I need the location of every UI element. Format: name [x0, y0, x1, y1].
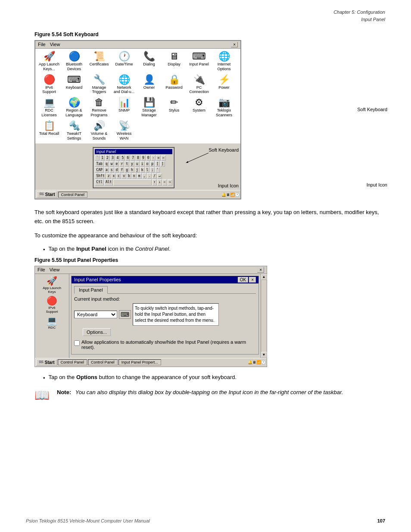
- fig55-menu-file[interactable]: File: [37, 267, 45, 273]
- cp-icon-power[interactable]: ⚡ Power: [212, 74, 236, 96]
- cp-icon-totalrecall[interactable]: 📋 Total Recall: [37, 120, 61, 142]
- cp-icon-keyboard[interactable]: ⌨ Keyboard: [62, 74, 86, 96]
- cp-icon-password[interactable]: 🔒 Password: [162, 74, 186, 96]
- key-q[interactable]: q: [104, 161, 109, 167]
- ipp-method-dropdown[interactable]: Keyboard: [74, 311, 117, 318]
- key-slash[interactable]: /: [152, 173, 157, 179]
- cp-icon-wireless[interactable]: 📡 WirelessWAN: [112, 120, 136, 142]
- key-space[interactable]: [113, 179, 152, 186]
- key-f[interactable]: f: [119, 167, 124, 173]
- cp-icon-inputpanel[interactable]: ⌨ Input Panel: [187, 50, 211, 73]
- scroll-up-btn[interactable]: ▲: [261, 274, 267, 280]
- key-equals[interactable]: =: [156, 155, 161, 161]
- key-comma[interactable]: ,: [142, 173, 147, 179]
- cp-icon-volume[interactable]: 🔊 Volume &Sounds: [87, 120, 111, 142]
- cp-icon-owner[interactable]: 👤 Owner: [137, 74, 161, 96]
- fig55-close-btn[interactable]: ×: [257, 267, 264, 273]
- key-p[interactable]: p: [150, 161, 155, 167]
- key-period[interactable]: .: [147, 173, 152, 179]
- fig55-start-btn[interactable]: 🏁 Start: [36, 359, 57, 366]
- key-alt[interactable]: Alt: [104, 179, 113, 186]
- key-g[interactable]: g: [125, 167, 129, 173]
- key-c[interactable]: c: [116, 173, 121, 179]
- scroll-down-btn[interactable]: ▼: [261, 352, 267, 358]
- start-button[interactable]: 🏁 Start: [37, 191, 57, 198]
- key-backspace[interactable]: ←: [161, 155, 166, 161]
- key-rbracket[interactable]: ]: [160, 161, 165, 167]
- ipp-options-btn[interactable]: Options...: [83, 328, 111, 336]
- key-s[interactable]: s: [109, 167, 114, 173]
- cp-icon-rdc[interactable]: 💻 RDCLicenses: [37, 96, 61, 119]
- key-o[interactable]: o: [145, 161, 150, 167]
- key-ctrl[interactable]: Ctl: [95, 179, 103, 186]
- key-d[interactable]: d: [115, 167, 119, 173]
- cp-icon-appkeys[interactable]: 🚀 App LaunchKeys...: [37, 50, 61, 73]
- ipp-close-btn[interactable]: ×: [249, 277, 256, 283]
- cp-icon-system[interactable]: ⚙ System: [187, 96, 211, 119]
- key-u[interactable]: u: [135, 161, 140, 167]
- key-tab[interactable]: Tab: [95, 161, 103, 167]
- key-e[interactable]: e: [115, 161, 119, 167]
- key-a[interactable]: a: [104, 167, 109, 173]
- key-5[interactable]: 5: [121, 155, 125, 161]
- key-shift[interactable]: Shft: [95, 173, 106, 179]
- cp-icon-snmp[interactable]: 📊 SNMP: [112, 96, 136, 119]
- taskbar-controlpanel[interactable]: Control Panel: [58, 192, 88, 198]
- key-enter[interactable]: ↵: [157, 173, 162, 179]
- key-left[interactable]: ←: [162, 179, 167, 186]
- cp-icon-network[interactable]: 🌐 Networkand Dial-u...: [112, 74, 136, 96]
- sidebar-icon-ipv6[interactable]: 🔴 IPv6Support: [46, 296, 58, 314]
- key-6[interactable]: 6: [125, 155, 130, 161]
- cp-icon-stylus[interactable]: ✏ Stylus: [162, 96, 186, 119]
- cp-icon-dialing[interactable]: 📞 Dialing: [137, 50, 161, 73]
- menu-file[interactable]: File: [38, 42, 46, 47]
- key-w[interactable]: w: [109, 161, 114, 167]
- key-h[interactable]: h: [130, 167, 134, 173]
- key-quote[interactable]: ': [155, 167, 160, 173]
- key-4[interactable]: 4: [115, 155, 120, 161]
- fig55-menu-view[interactable]: View: [50, 267, 60, 273]
- ipp-ok-btn[interactable]: OK: [238, 277, 248, 283]
- cp-icon-remove[interactable]: 🗑 RemovePrograms: [87, 96, 111, 119]
- key-8[interactable]: 8: [136, 155, 140, 161]
- cp-icon-bluetooth[interactable]: 🔵 BluetoothDevices: [62, 50, 86, 73]
- cp-icon-tweakit[interactable]: 🔩 TweakITSettings: [62, 120, 86, 142]
- key-x[interactable]: x: [112, 173, 116, 179]
- ipp-allow-checkbox[interactable]: [74, 340, 80, 346]
- cp-icon-datetime[interactable]: 🕐 Date/Time: [112, 50, 136, 73]
- cp-icon-storage[interactable]: 💾 StorageManager: [137, 96, 161, 119]
- key-v[interactable]: v: [121, 173, 126, 179]
- key-caps[interactable]: CAP: [95, 167, 103, 173]
- window-close-btn[interactable]: ×: [231, 42, 238, 47]
- fig55-taskbar-cp2[interactable]: Control Panel: [88, 359, 118, 365]
- key-b[interactable]: b: [127, 173, 131, 179]
- sidebar-icon-appkeys[interactable]: 🚀 App LaunchKeys: [43, 276, 61, 294]
- cp-icon-triggers[interactable]: 🔧 ManageTriggers: [87, 74, 111, 96]
- cp-icon-certs[interactable]: 📜 Certificates: [87, 50, 111, 73]
- key-m[interactable]: m: [137, 173, 142, 179]
- cp-icon-pc[interactable]: 🔌 PCConnection: [187, 74, 211, 96]
- cp-icon-ipv6[interactable]: 🔴 IPv6Support: [37, 74, 61, 96]
- fig55-taskbar-cp1[interactable]: Control Panel: [58, 359, 87, 365]
- cp-icon-display[interactable]: 🖥 Display: [162, 50, 186, 73]
- sidebar-icon-rdc[interactable]: 💻 RDC: [47, 315, 57, 330]
- key-2[interactable]: 2: [105, 155, 110, 161]
- key-i[interactable]: i: [140, 161, 145, 167]
- key-backtick[interactable]: `: [95, 155, 100, 161]
- key-semi[interactable]: ;: [150, 167, 155, 173]
- key-t[interactable]: t: [125, 161, 129, 167]
- key-right[interactable]: →: [168, 179, 172, 186]
- key-lbracket[interactable]: [: [155, 161, 160, 167]
- fig55-taskbar-ipp[interactable]: Input Panel Propert...: [118, 359, 161, 365]
- key-n[interactable]: n: [132, 173, 137, 179]
- ipp-tab-inputpanel[interactable]: Input Panel: [74, 286, 108, 294]
- cp-icon-scanners[interactable]: 📷 TeklogixScanners: [212, 96, 236, 119]
- cp-icon-region[interactable]: 🌍 Region &Language: [62, 96, 86, 119]
- key-9[interactable]: 9: [141, 155, 146, 161]
- key-0[interactable]: 0: [146, 155, 151, 161]
- key-k[interactable]: k: [140, 167, 145, 173]
- key-down[interactable]: ↓: [157, 179, 162, 186]
- key-y[interactable]: y: [130, 161, 134, 167]
- key-z[interactable]: z: [106, 173, 111, 179]
- key-l[interactable]: l: [145, 167, 150, 173]
